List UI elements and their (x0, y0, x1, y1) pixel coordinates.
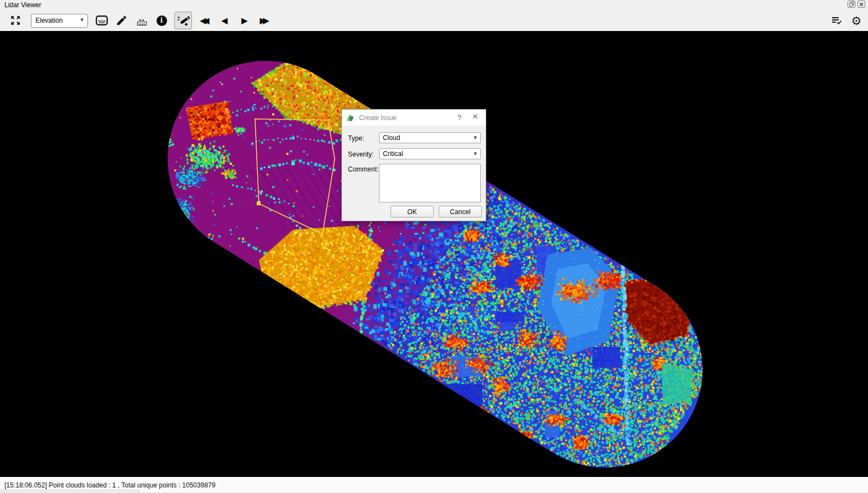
cancel-button[interactable]: Cancel (439, 206, 482, 217)
chevron-down-icon: ▾ (474, 150, 477, 157)
comment-input[interactable] (379, 164, 481, 203)
window-title: Lidar Viewer (4, 1, 41, 9)
lidar-point-cloud-canvas[interactable] (0, 31, 868, 477)
draw-button[interactable] (115, 13, 129, 28)
play-button[interactable]: ▶ (237, 13, 252, 28)
measure-button[interactable]: ↔ (134, 13, 149, 28)
colormap-select[interactable]: Elevation ▾ (31, 14, 88, 28)
gear-icon: ⚙ (851, 15, 862, 27)
ruler-icon (137, 22, 147, 25)
close-window-button[interactable] (857, 1, 865, 8)
annotate-wand-icon (176, 14, 190, 27)
annotate-button[interactable] (174, 12, 192, 29)
restore-window-button[interactable] (848, 1, 855, 8)
info-button[interactable]: i (154, 13, 169, 28)
dialog-help-button[interactable]: ? (458, 113, 461, 122)
severity-label: Severity: (348, 151, 374, 158)
type-select[interactable]: Cloud ▾ (379, 132, 481, 143)
type-value: Cloud (383, 134, 400, 142)
colormap-value: Elevation (35, 17, 63, 24)
rewind-button[interactable]: ◀◀ (197, 13, 212, 28)
fast-forward-icon: ▶▶ (260, 17, 269, 24)
chevron-down-icon: ▾ (80, 16, 84, 23)
status-grip (0, 490, 139, 493)
settings-button[interactable]: ⚙ (849, 13, 864, 28)
main-toolbar: Elevation ▾ ↔ i (0, 10, 868, 31)
dialog-titlebar[interactable]: Create Issue ? × (342, 110, 486, 126)
dialog-close-button[interactable]: × (472, 112, 478, 121)
measure-arrow-icon: ↔ (137, 15, 146, 22)
severity-value: Critical (383, 150, 403, 158)
type-label: Type: (348, 134, 364, 142)
comment-label: Comment: (348, 165, 378, 173)
window-titlebar: Lidar Viewer (0, 0, 868, 10)
info-icon: i (157, 15, 167, 26)
grid-button[interactable] (95, 13, 109, 28)
window-close-icon (859, 2, 864, 7)
play-icon: ▶ (242, 17, 248, 24)
window-controls (848, 1, 865, 8)
rewind-icon: ◀◀ (200, 17, 210, 24)
ok-button[interactable]: OK (391, 206, 434, 217)
lidar-viewer-window: Lidar Viewer (0, 0, 868, 493)
previous-icon: ◀ (222, 17, 228, 24)
point-cloud-viewport[interactable]: Create Issue ? × Type: Cloud ▾ Severity:… (0, 31, 868, 477)
issue-list-button[interactable] (829, 13, 844, 28)
fullscreen-icon (10, 15, 21, 26)
restore-icon (849, 2, 854, 7)
list-check-icon (831, 15, 842, 25)
pencil-icon (116, 14, 128, 27)
chevron-down-icon: ▾ (474, 134, 477, 141)
app-logo-icon (346, 114, 355, 122)
fullscreen-button[interactable] (8, 13, 23, 28)
previous-button[interactable]: ◀ (217, 13, 232, 28)
grid-icon (96, 15, 108, 25)
status-message: [15:18:06.052] Point clouds loaded : 1 ,… (4, 481, 215, 489)
severity-select[interactable]: Critical ▾ (379, 148, 481, 159)
status-bar: [15:18:06.052] Point clouds loaded : 1 ,… (0, 477, 868, 493)
dialog-title: Create Issue (359, 114, 397, 122)
fast-forward-button[interactable]: ▶▶ (257, 13, 272, 28)
create-issue-dialog: Create Issue ? × Type: Cloud ▾ Severity:… (341, 109, 486, 221)
